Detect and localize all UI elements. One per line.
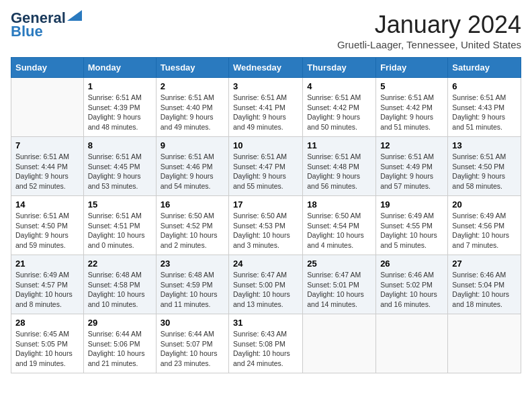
header-day-thursday: Thursday <box>303 58 376 78</box>
calendar-cell: 8Sunrise: 6:51 AM Sunset: 4:45 PM Daylig… <box>83 137 156 196</box>
day-number: 19 <box>380 199 443 210</box>
day-info: Sunrise: 6:43 AM Sunset: 5:08 PM Dayligh… <box>233 329 298 369</box>
day-number: 21 <box>15 259 79 269</box>
day-info: Sunrise: 6:51 AM Sunset: 4:49 PM Dayligh… <box>380 152 443 191</box>
calendar-cell: 12Sunrise: 6:51 AM Sunset: 4:49 PM Dayli… <box>376 137 448 196</box>
calendar-cell <box>303 314 376 373</box>
header-day-saturday: Saturday <box>448 58 521 78</box>
day-number: 30 <box>161 318 224 328</box>
week-row-1: 1Sunrise: 6:51 AM Sunset: 4:39 PM Daylig… <box>11 78 521 137</box>
calendar-cell: 16Sunrise: 6:50 AM Sunset: 4:52 PM Dayli… <box>156 196 228 255</box>
day-number: 12 <box>380 140 443 150</box>
calendar-cell: 6Sunrise: 6:51 AM Sunset: 4:43 PM Daylig… <box>448 78 521 137</box>
calendar-cell: 1Sunrise: 6:51 AM Sunset: 4:39 PM Daylig… <box>83 78 156 137</box>
header-day-monday: Monday <box>83 58 156 78</box>
calendar-body: 1Sunrise: 6:51 AM Sunset: 4:39 PM Daylig… <box>11 78 521 373</box>
day-number: 24 <box>233 259 298 269</box>
calendar-cell: 4Sunrise: 6:51 AM Sunset: 4:42 PM Daylig… <box>303 78 376 137</box>
day-info: Sunrise: 6:51 AM Sunset: 4:42 PM Dayligh… <box>380 93 443 132</box>
day-info: Sunrise: 6:51 AM Sunset: 4:44 PM Dayligh… <box>15 152 79 191</box>
calendar-cell: 18Sunrise: 6:50 AM Sunset: 4:54 PM Dayli… <box>303 196 376 255</box>
calendar-cell: 27Sunrise: 6:46 AM Sunset: 5:04 PM Dayli… <box>448 255 521 314</box>
calendar-cell <box>376 314 448 373</box>
day-info: Sunrise: 6:51 AM Sunset: 4:43 PM Dayligh… <box>452 93 517 132</box>
title-block: January 2024 Gruetli-Laager, Tennessee, … <box>337 11 521 50</box>
calendar-cell: 24Sunrise: 6:47 AM Sunset: 5:00 PM Dayli… <box>229 255 303 314</box>
calendar-cell <box>11 78 84 137</box>
day-info: Sunrise: 6:49 AM Sunset: 4:57 PM Dayligh… <box>15 270 79 310</box>
calendar-cell: 20Sunrise: 6:49 AM Sunset: 4:56 PM Dayli… <box>448 196 521 255</box>
calendar-cell: 5Sunrise: 6:51 AM Sunset: 4:42 PM Daylig… <box>376 78 448 137</box>
day-info: Sunrise: 6:45 AM Sunset: 5:05 PM Dayligh… <box>15 329 79 369</box>
day-info: Sunrise: 6:47 AM Sunset: 5:00 PM Dayligh… <box>233 270 298 310</box>
calendar-cell: 7Sunrise: 6:51 AM Sunset: 4:44 PM Daylig… <box>11 137 84 196</box>
day-number: 31 <box>233 318 298 328</box>
calendar-cell: 15Sunrise: 6:51 AM Sunset: 4:51 PM Dayli… <box>83 196 156 255</box>
day-number: 5 <box>380 81 443 91</box>
header-day-wednesday: Wednesday <box>229 58 303 78</box>
day-number: 27 <box>452 259 517 269</box>
day-number: 7 <box>15 140 79 150</box>
day-info: Sunrise: 6:48 AM Sunset: 4:59 PM Dayligh… <box>161 270 224 310</box>
week-row-5: 28Sunrise: 6:45 AM Sunset: 5:05 PM Dayli… <box>11 314 521 373</box>
day-info: Sunrise: 6:51 AM Sunset: 4:51 PM Dayligh… <box>88 211 152 250</box>
day-number: 15 <box>88 199 152 210</box>
day-info: Sunrise: 6:51 AM Sunset: 4:42 PM Dayligh… <box>307 93 371 132</box>
day-number: 26 <box>380 259 443 269</box>
calendar-cell: 21Sunrise: 6:49 AM Sunset: 4:57 PM Dayli… <box>11 255 84 314</box>
calendar-cell: 31Sunrise: 6:43 AM Sunset: 5:08 PM Dayli… <box>229 314 303 373</box>
day-number: 8 <box>88 140 152 150</box>
day-info: Sunrise: 6:51 AM Sunset: 4:46 PM Dayligh… <box>161 152 224 191</box>
day-number: 1 <box>88 81 152 91</box>
header-day-friday: Friday <box>376 58 448 78</box>
day-info: Sunrise: 6:50 AM Sunset: 4:54 PM Dayligh… <box>307 211 371 250</box>
day-info: Sunrise: 6:44 AM Sunset: 5:06 PM Dayligh… <box>88 329 152 369</box>
header: General Blue January 2024 Gruetli-Laager… <box>11 11 521 50</box>
day-number: 23 <box>161 259 224 269</box>
day-number: 18 <box>307 199 371 210</box>
calendar-cell: 2Sunrise: 6:51 AM Sunset: 4:40 PM Daylig… <box>156 78 228 137</box>
day-info: Sunrise: 6:47 AM Sunset: 5:01 PM Dayligh… <box>307 270 371 310</box>
logo: General Blue <box>11 11 82 39</box>
svg-marker-0 <box>67 10 82 21</box>
calendar-cell: 29Sunrise: 6:44 AM Sunset: 5:06 PM Dayli… <box>83 314 156 373</box>
day-number: 11 <box>307 140 371 150</box>
calendar-cell: 26Sunrise: 6:46 AM Sunset: 5:02 PM Dayli… <box>376 255 448 314</box>
day-number: 2 <box>161 81 224 91</box>
calendar-cell: 11Sunrise: 6:51 AM Sunset: 4:48 PM Dayli… <box>303 137 376 196</box>
week-row-4: 21Sunrise: 6:49 AM Sunset: 4:57 PM Dayli… <box>11 255 521 314</box>
day-number: 25 <box>307 259 371 269</box>
day-number: 6 <box>452 81 517 91</box>
calendar-cell: 23Sunrise: 6:48 AM Sunset: 4:59 PM Dayli… <box>156 255 228 314</box>
day-info: Sunrise: 6:50 AM Sunset: 4:52 PM Dayligh… <box>161 211 224 250</box>
day-number: 10 <box>233 140 298 150</box>
day-info: Sunrise: 6:48 AM Sunset: 4:58 PM Dayligh… <box>88 270 152 310</box>
day-info: Sunrise: 6:46 AM Sunset: 5:02 PM Dayligh… <box>380 270 443 310</box>
day-number: 4 <box>307 81 371 91</box>
week-row-3: 14Sunrise: 6:51 AM Sunset: 4:50 PM Dayli… <box>11 196 521 255</box>
day-info: Sunrise: 6:49 AM Sunset: 4:56 PM Dayligh… <box>452 211 517 250</box>
day-info: Sunrise: 6:51 AM Sunset: 4:50 PM Dayligh… <box>15 211 79 250</box>
calendar-cell: 30Sunrise: 6:44 AM Sunset: 5:07 PM Dayli… <box>156 314 228 373</box>
logo-blue-text: Blue <box>11 24 43 39</box>
day-number: 22 <box>88 259 152 269</box>
calendar-cell: 3Sunrise: 6:51 AM Sunset: 4:41 PM Daylig… <box>229 78 303 137</box>
month-title: January 2024 <box>337 11 521 39</box>
day-info: Sunrise: 6:51 AM Sunset: 4:50 PM Dayligh… <box>452 152 517 191</box>
calendar-cell: 14Sunrise: 6:51 AM Sunset: 4:50 PM Dayli… <box>11 196 84 255</box>
calendar-cell: 28Sunrise: 6:45 AM Sunset: 5:05 PM Dayli… <box>11 314 84 373</box>
logo-icon <box>67 10 82 21</box>
calendar-cell <box>448 314 521 373</box>
day-number: 14 <box>15 199 79 210</box>
header-row: SundayMondayTuesdayWednesdayThursdayFrid… <box>11 58 521 78</box>
day-number: 9 <box>161 140 224 150</box>
day-info: Sunrise: 6:44 AM Sunset: 5:07 PM Dayligh… <box>161 329 224 369</box>
day-number: 20 <box>452 199 517 210</box>
location-subtitle: Gruetli-Laager, Tennessee, United States <box>337 39 521 50</box>
week-row-2: 7Sunrise: 6:51 AM Sunset: 4:44 PM Daylig… <box>11 137 521 196</box>
day-number: 29 <box>88 318 152 328</box>
day-number: 13 <box>452 140 517 150</box>
day-info: Sunrise: 6:46 AM Sunset: 5:04 PM Dayligh… <box>452 270 517 310</box>
day-info: Sunrise: 6:51 AM Sunset: 4:45 PM Dayligh… <box>88 152 152 191</box>
calendar-table: SundayMondayTuesdayWednesdayThursdayFrid… <box>11 57 521 373</box>
